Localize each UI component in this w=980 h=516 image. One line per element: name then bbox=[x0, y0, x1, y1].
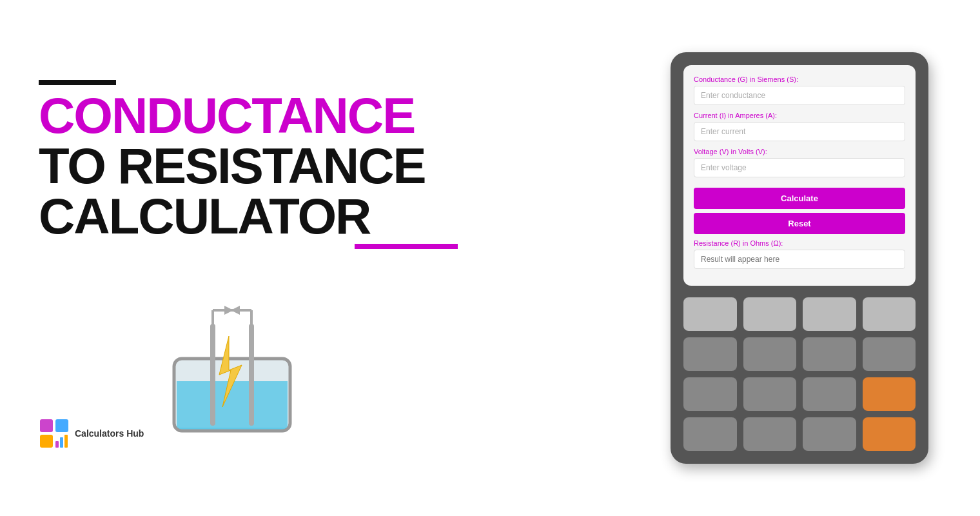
logo: Calculators Hub bbox=[39, 418, 144, 449]
reset-button[interactable]: Reset bbox=[694, 213, 905, 234]
key-orange-2[interactable] bbox=[863, 417, 916, 451]
voltage-field-group: Voltage (V) in Volts (V): bbox=[694, 148, 905, 177]
black-decorative-bar bbox=[39, 80, 116, 85]
svg-rect-15 bbox=[40, 435, 53, 448]
key-9[interactable] bbox=[683, 377, 737, 411]
title-line2: TO RESISTANCE bbox=[39, 141, 567, 191]
conductance-input[interactable] bbox=[694, 86, 905, 105]
key-14[interactable] bbox=[803, 417, 856, 451]
conductance-field-group: Conductance (G) in Siemens (S): bbox=[694, 75, 905, 105]
key-12[interactable] bbox=[683, 417, 737, 451]
svg-rect-1 bbox=[177, 381, 288, 428]
calculator-body: Conductance (G) in Siemens (S): Current … bbox=[671, 52, 928, 464]
purple-decorative-bar bbox=[355, 244, 458, 249]
calculate-button[interactable]: Calculate bbox=[694, 188, 905, 209]
result-input bbox=[694, 250, 905, 269]
key-7[interactable] bbox=[803, 337, 856, 371]
svg-rect-13 bbox=[40, 419, 53, 432]
svg-marker-11 bbox=[231, 306, 240, 315]
svg-rect-14 bbox=[55, 419, 68, 432]
svg-rect-18 bbox=[64, 435, 68, 448]
current-field-group: Current (I) in Amperes (A): bbox=[694, 112, 905, 141]
key-5[interactable] bbox=[683, 337, 737, 371]
result-label: Resistance (R) in Ohms (Ω): bbox=[694, 239, 905, 247]
key-4[interactable] bbox=[863, 297, 916, 331]
conductance-label: Conductance (G) in Siemens (S): bbox=[694, 75, 905, 83]
key-2[interactable] bbox=[743, 297, 797, 331]
current-input[interactable] bbox=[694, 122, 905, 141]
title-line1: CONDUCTANCE bbox=[39, 90, 567, 141]
svg-rect-16 bbox=[55, 441, 59, 448]
key-8[interactable] bbox=[863, 337, 916, 371]
key-13[interactable] bbox=[743, 417, 797, 451]
svg-rect-17 bbox=[60, 437, 63, 448]
right-panel: Conductance (G) in Siemens (S): Current … bbox=[658, 52, 941, 464]
key-1[interactable] bbox=[683, 297, 737, 331]
calculator-keypad bbox=[683, 297, 916, 451]
key-6[interactable] bbox=[743, 337, 797, 371]
conductance-illustration bbox=[129, 275, 335, 442]
key-11[interactable] bbox=[803, 377, 856, 411]
key-orange-1[interactable] bbox=[863, 377, 916, 411]
logo-icon bbox=[39, 418, 70, 449]
key-3[interactable] bbox=[803, 297, 856, 331]
current-label: Current (I) in Amperes (A): bbox=[694, 112, 905, 119]
voltage-label: Voltage (V) in Volts (V): bbox=[694, 148, 905, 155]
key-10[interactable] bbox=[743, 377, 797, 411]
left-panel: CONDUCTANCE TO RESISTANCE CALCULATOR bbox=[39, 67, 567, 449]
result-field-group: Resistance (R) in Ohms (Ω): bbox=[694, 239, 905, 269]
logo-text: Calculators Hub bbox=[75, 428, 144, 439]
title-line3: CALCULATOR bbox=[39, 191, 567, 241]
voltage-input[interactable] bbox=[694, 158, 905, 177]
calculator-screen: Conductance (G) in Siemens (S): Current … bbox=[683, 65, 916, 286]
